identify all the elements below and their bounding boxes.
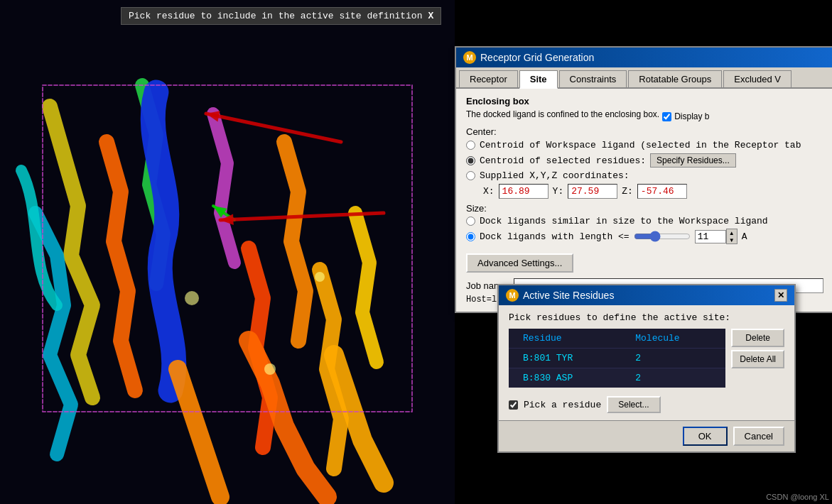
- display-checkbox[interactable]: [662, 112, 671, 121]
- adv-settings-row: Advanced Settings...: [466, 246, 823, 273]
- x-input[interactable]: [499, 184, 549, 199]
- asr-title-left: M Active Site Residues: [506, 289, 614, 302]
- z-label: Z:: [622, 186, 633, 197]
- asr-footer: OK Cancel: [499, 420, 794, 451]
- desc-row: The docked ligand is confined to the enc…: [466, 109, 823, 124]
- radio-selected[interactable]: [466, 156, 475, 165]
- residue-cell: B:830 ASP: [509, 368, 621, 388]
- slider-container: [634, 231, 691, 242]
- rgd-tabs: Receptor Site Constraints Rotatable Grou…: [456, 67, 832, 89]
- display-label: Display b: [674, 111, 709, 121]
- size-label: Size:: [466, 203, 823, 214]
- pick-notification: Pick residue to include in the active si…: [121, 7, 441, 25]
- tab-receptor[interactable]: Receptor: [459, 70, 518, 87]
- dock-length-slider[interactable]: [634, 231, 691, 242]
- molecule-cell: 2: [621, 349, 725, 368]
- pick-residue-checkbox[interactable]: [509, 400, 518, 410]
- radio-dock-length[interactable]: [466, 232, 475, 241]
- pick-residue-label: Pick a residue: [524, 400, 601, 410]
- protein-canvas: [0, 0, 455, 504]
- delete-all-button[interactable]: Delete All: [731, 350, 784, 368]
- rgd-dialog: M Receptor Grid Generation Receptor Site…: [455, 46, 832, 313]
- col-residue-header: Residue: [509, 329, 621, 349]
- radio-dock-workspace[interactable]: [466, 217, 475, 226]
- pick-notification-close[interactable]: X: [428, 11, 433, 21]
- enclosing-box-label: Enclosing box: [466, 96, 823, 106]
- radio-xyz-row: Supplied X,Y,Z coordinates:: [466, 170, 823, 181]
- table-btns-row: Residue Molecule B:801 TYR2B:830 ASP2 De…: [509, 329, 784, 393]
- radio-xyz-label: Supplied X,Y,Z coordinates:: [480, 170, 630, 181]
- y-input[interactable]: [568, 184, 617, 199]
- spin-up[interactable]: ▲: [727, 229, 737, 236]
- residue-cell: B:801 TYR: [509, 349, 621, 368]
- cancel-button[interactable]: Cancel: [733, 427, 784, 446]
- dock-length-spinbox[interactable]: [695, 230, 726, 243]
- asr-m-logo: M: [506, 289, 519, 302]
- col-molecule-header: Molecule: [621, 329, 725, 349]
- rgd-titlebar: M Receptor Grid Generation: [456, 48, 832, 67]
- advanced-settings-button[interactable]: Advanced Settings...: [466, 253, 573, 273]
- asr-content: Pick residues to define the active site:…: [499, 305, 794, 420]
- select-button[interactable]: Select...: [607, 396, 660, 413]
- dock-workspace-label: Dock ligands similar in size to the Work…: [480, 216, 768, 226]
- a-label: A: [742, 231, 747, 242]
- residue-table: Residue Molecule B:801 TYR2B:830 ASP2: [509, 329, 725, 388]
- mol-viewer: [0, 0, 455, 504]
- y-label: Y:: [553, 186, 564, 197]
- dock-length-row: Dock ligands with length <= ▲ ▼ A: [466, 229, 823, 244]
- table-row[interactable]: B:801 TYR2: [509, 349, 725, 368]
- x-label: X:: [483, 186, 495, 197]
- radio-workspace[interactable]: [466, 141, 475, 150]
- asr-titlebar: M Active Site Residues ✕: [499, 285, 794, 305]
- radio-selected-row: Centroid of selected residues: Specify R…: [466, 153, 823, 168]
- tab-rotatable-groups[interactable]: Rotatable Groups: [628, 70, 722, 87]
- tab-site[interactable]: Site: [519, 70, 558, 89]
- specify-residues-button[interactable]: Specify Residues...: [650, 153, 736, 168]
- desc-text: The docked ligand is confined to the enc…: [466, 109, 659, 119]
- spin-arrows: ▲ ▼: [726, 229, 738, 244]
- ok-button[interactable]: OK: [683, 427, 728, 446]
- z-input[interactable]: [637, 184, 687, 199]
- rgd-content: Enclosing box The docked ligand is confi…: [456, 89, 832, 312]
- molecule-cell: 2: [621, 368, 725, 388]
- asr-title: Active Site Residues: [523, 290, 614, 301]
- pick-notification-text: Pick residue to include in the active si…: [129, 11, 422, 21]
- radio-xyz[interactable]: [466, 171, 475, 180]
- radio-selected-label: Centroid of selected residues:: [480, 155, 646, 166]
- radio-workspace-row: Centroid of Workspace ligand (selected i…: [466, 140, 823, 150]
- asr-right-btns: Delete Delete All: [731, 329, 784, 368]
- asr-bottom-row: Pick a residue Select...: [509, 396, 784, 413]
- spin-down[interactable]: ▼: [727, 236, 737, 243]
- table-row[interactable]: B:830 ASP2: [509, 368, 725, 388]
- tab-excluded-v[interactable]: Excluded V: [723, 70, 792, 87]
- asr-close-button[interactable]: ✕: [774, 289, 787, 302]
- dock-length-label: Dock ligands with length <=: [480, 231, 630, 242]
- center-label: Center:: [466, 126, 823, 137]
- watermark: CSDN @loong XL: [766, 493, 829, 501]
- delete-button[interactable]: Delete: [731, 329, 784, 347]
- asr-desc: Pick residues to define the active site:: [509, 312, 784, 323]
- tab-constraints[interactable]: Constraints: [559, 70, 627, 87]
- spinbox-container: ▲ ▼: [695, 229, 738, 244]
- rgd-m-logo: M: [463, 51, 476, 64]
- xyz-row: X: Y: Z:: [483, 184, 823, 199]
- rgd-title: Receptor Grid Generation: [480, 52, 594, 63]
- radio-workspace-label: Centroid of Workspace ligand (selected i…: [480, 140, 801, 150]
- dock-workspace-row: Dock ligands similar in size to the Work…: [466, 216, 823, 226]
- asr-dialog: M Active Site Residues ✕ Pick residues t…: [497, 284, 796, 453]
